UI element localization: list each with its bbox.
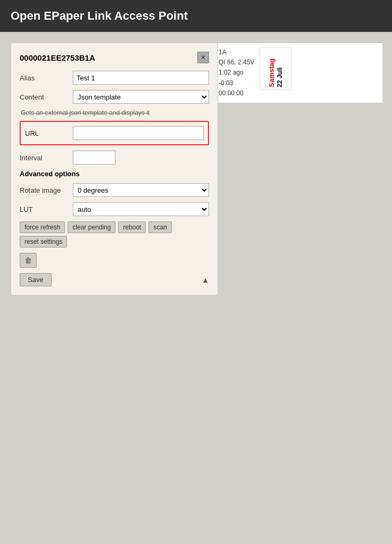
app-title: Open EPaper Link Access Point	[11, 9, 188, 23]
alias-label: Alias	[20, 74, 73, 82]
url-label: URL	[25, 129, 73, 137]
close-button[interactable]: ✕	[197, 52, 209, 63]
tag-id-short: 1A	[219, 47, 254, 57]
content-row: Content Json template Static image Weath…	[20, 90, 209, 104]
force-refresh-button[interactable]: force refresh	[20, 221, 65, 233]
alias-input[interactable]	[73, 71, 209, 85]
tag-offset: -0:03	[219, 78, 254, 88]
save-button[interactable]: Save	[20, 273, 52, 286]
alias-row: Alias	[20, 71, 209, 85]
rotate-label: Rotate image	[20, 186, 73, 194]
tag-preview-date: 22 Juli	[276, 50, 283, 87]
scan-button[interactable]: scan	[148, 221, 171, 233]
rotate-row: Rotate image 0 degrees 90 degrees 180 de…	[20, 183, 209, 197]
tag-preview: Samstag 22 Juli	[260, 47, 291, 90]
interval-label: Interval	[20, 154, 73, 162]
clear-pending-button[interactable]: clear pending	[68, 221, 115, 233]
tag-preview-day: Samstag	[268, 50, 276, 87]
content-select[interactable]: Json template Static image Weather Clock	[73, 90, 209, 104]
interval-row: Interval	[20, 151, 209, 164]
interval-input[interactable]	[73, 151, 115, 164]
reboot-button[interactable]: reboot	[118, 221, 146, 233]
app-header: Open EPaper Link Access Point	[0, 0, 392, 32]
triangle-icon: ▲	[202, 276, 209, 284]
tag-time-ago: 1:02 ago	[219, 68, 254, 78]
lut-select[interactable]: auto 0 1 2 3 4	[73, 202, 209, 216]
url-row: URL	[25, 126, 204, 140]
advanced-title: Advanced options	[20, 170, 209, 178]
hint-text: Gets an external json template and displ…	[20, 109, 209, 117]
panel-header: 0000021EE2753B1A ✕	[20, 52, 209, 63]
panel-footer: Save ▲	[20, 273, 209, 286]
url-section: URL	[20, 121, 209, 145]
tag-details: 1A QI 66, 2.45V 1:02 ago -0:03 00:00:00	[219, 47, 254, 98]
tag-stats: QI 66, 2.45V	[219, 57, 254, 68]
action-buttons: force refresh clear pending reboot scan …	[20, 221, 209, 248]
url-input[interactable]	[73, 126, 204, 140]
rotate-select[interactable]: 0 degrees 90 degrees 180 degrees 270 deg…	[73, 183, 209, 197]
lut-label: LUT	[20, 205, 73, 213]
delete-button[interactable]: 🗑	[20, 253, 37, 268]
tag-uptime: 00:00:00	[219, 88, 254, 98]
tag-card: 1A QI 66, 2.45V 1:02 ago -0:03 00:00:00 …	[213, 43, 383, 103]
panel-device-id: 0000021EE2753B1A	[20, 53, 95, 62]
device-panel: 0000021EE2753B1A ✕ Alias Content Json te…	[11, 43, 218, 295]
reset-settings-button[interactable]: reset settings	[20, 236, 67, 248]
tag-info-panel: 1A QI 66, 2.45V 1:02 ago -0:03 00:00:00 …	[213, 43, 383, 106]
lut-row: LUT auto 0 1 2 3 4	[20, 202, 209, 216]
main-area: 1A QI 66, 2.45V 1:02 ago -0:03 00:00:00 …	[0, 32, 392, 306]
content-label: Content	[20, 93, 73, 101]
